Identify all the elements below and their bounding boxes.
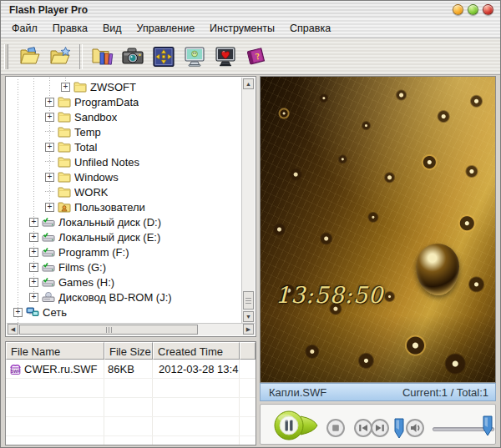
expand-plus-icon[interactable]: + (29, 263, 38, 272)
tree-item-label: ProgramData (74, 96, 139, 108)
file-name-cell: SWFCWER.ru.SWF (6, 360, 104, 378)
tree-item-13[interactable]: +Games (H:) (7, 274, 241, 289)
scroll-left-button[interactable]: ◀ (8, 324, 18, 335)
folder-icon (58, 141, 71, 153)
menu-edit[interactable]: Правка (45, 19, 95, 38)
tree-item-6[interactable]: +Windows (7, 169, 241, 184)
playlist-counter: Current:1 / Total:1 (402, 386, 488, 399)
expand-plus-icon[interactable]: + (45, 113, 54, 122)
expand-plus-icon[interactable]: + (45, 173, 54, 182)
cdrom-icon (42, 291, 55, 303)
tree-item-label: Дисковод BD-ROM (J:) (58, 291, 172, 304)
next-button[interactable] (371, 419, 389, 437)
play-pause-button[interactable] (272, 409, 321, 442)
expand-plus-icon[interactable]: + (61, 83, 70, 92)
player-controls (260, 404, 496, 445)
column-header-0[interactable]: File Name (6, 342, 104, 360)
menu-file[interactable]: Файл (4, 19, 45, 38)
column-header-2[interactable]: Created Time (153, 342, 240, 360)
down-arrow-icon: ▼ (245, 314, 251, 320)
tree-item-label: Games (H:) (58, 276, 114, 289)
tree-item-10[interactable]: +Локальный диск (E:) (7, 229, 241, 244)
column-header-1[interactable]: File Size (104, 342, 153, 360)
file-list-panel: File NameFile SizeCreated Time SWFCWER.r… (5, 341, 256, 445)
menu-tools[interactable]: Инструменты (202, 19, 282, 38)
tree-item-7[interactable]: WORK (7, 184, 241, 199)
menu-view[interactable]: Вид (95, 19, 129, 38)
window-title: Flash Player Pro (1, 4, 88, 16)
left-arrow-icon: ◀ (11, 326, 15, 333)
file-size: 86KB (104, 360, 153, 378)
tree-item-5[interactable]: Unfiled Notes (7, 154, 241, 169)
current-file-label: Капли.SWF (269, 386, 326, 399)
tree-horizontal-scrollbar[interactable]: ◀ ▶ (7, 323, 255, 335)
stop-icon (326, 419, 345, 437)
stop-button[interactable] (326, 419, 345, 437)
expand-plus-icon[interactable]: + (29, 278, 38, 287)
progress-handle[interactable] (394, 418, 404, 439)
tree-item-label: Total (74, 141, 97, 154)
maximize-button[interactable] (468, 4, 478, 15)
fullscreen-button[interactable] (148, 41, 179, 72)
folder-icon (58, 96, 71, 108)
pause-icon (272, 409, 321, 442)
wallpaper-button[interactable] (210, 41, 240, 72)
tree-item-label: Сеть (43, 306, 67, 319)
volume-icon (406, 419, 424, 437)
file-created: 2012-03-28 13:41 (153, 360, 240, 378)
help-button[interactable]: ? (240, 41, 271, 72)
open-file-button[interactable] (14, 41, 45, 72)
folder-tree-panel: +ZWSOFT+ProgramData+SandboxTemp+TotalUnf… (5, 76, 256, 337)
screensaver-button[interactable] (179, 41, 210, 72)
capture-button[interactable] (117, 41, 148, 72)
expand-plus-icon[interactable]: + (29, 218, 38, 227)
water-droplet (416, 244, 459, 295)
tree-item-4[interactable]: +Total (7, 139, 241, 154)
expand-plus-icon[interactable]: + (29, 233, 38, 242)
tree-item-label: Unfiled Notes (74, 156, 139, 169)
volume-slider[interactable] (433, 413, 494, 440)
file-row[interactable]: SWFCWER.ru.SWF86KB2012-03-28 13:41 (6, 360, 256, 379)
file-name: CWER.ru.SWF (24, 363, 97, 375)
tree-item-12[interactable]: +Films (G:) (7, 259, 241, 274)
close-button[interactable] (483, 4, 493, 15)
toolbar-gripper[interactable] (4, 44, 8, 69)
tree-item-9[interactable]: +Локальный диск (D:) (7, 214, 241, 229)
tree-vertical-scrollbar[interactable]: ▲ ▼ (241, 78, 255, 323)
library-button[interactable] (86, 41, 117, 72)
volume-slider-thumb[interactable] (483, 415, 493, 436)
scroll-right-button[interactable]: ▶ (243, 324, 254, 335)
tree-item-3[interactable]: Temp (7, 124, 241, 139)
tree-item-15[interactable]: +Сеть (7, 305, 241, 320)
tree-item-14[interactable]: +Дисковод BD-ROM (J:) (7, 289, 241, 305)
tree-item-label: Sandbox (74, 111, 117, 123)
titlebar[interactable]: Flash Player Pro (1, 1, 500, 19)
horizontal-scroll-thumb[interactable] (19, 325, 198, 335)
expand-plus-icon[interactable]: + (29, 293, 38, 302)
expand-plus-icon[interactable]: + (29, 248, 38, 257)
add-folder-button[interactable] (45, 41, 76, 72)
scroll-up-button[interactable]: ▲ (243, 78, 254, 89)
vertical-scroll-thumb[interactable] (243, 291, 254, 310)
up-arrow-icon: ▲ (245, 81, 251, 87)
expand-plus-icon[interactable]: + (45, 143, 54, 152)
expand-plus-icon[interactable]: + (45, 98, 54, 107)
expand-plus-icon[interactable]: + (13, 308, 23, 317)
volume-button[interactable] (406, 419, 424, 437)
disk-icon (42, 231, 55, 243)
expand-plus-icon[interactable]: + (45, 203, 54, 212)
previous-button[interactable] (354, 419, 372, 437)
scroll-down-button[interactable]: ▼ (243, 311, 254, 322)
menu-control[interactable]: Управление (129, 19, 203, 38)
toolbar: ? (1, 38, 500, 75)
tree-item-0[interactable]: +ZWSOFT (7, 79, 241, 94)
folder-books-icon (90, 46, 114, 68)
menu-help[interactable]: Справка (282, 19, 338, 38)
tree-item-8[interactable]: +Пользователи (7, 199, 241, 214)
flash-stage[interactable]: 13:58:50 (260, 76, 496, 383)
tree-item-1[interactable]: +ProgramData (7, 94, 241, 109)
tree-item-11[interactable]: +Programm (F:) (7, 244, 241, 259)
tree-connector (45, 131, 54, 133)
minimize-button[interactable] (453, 4, 463, 15)
tree-item-2[interactable]: +Sandbox (7, 109, 241, 124)
